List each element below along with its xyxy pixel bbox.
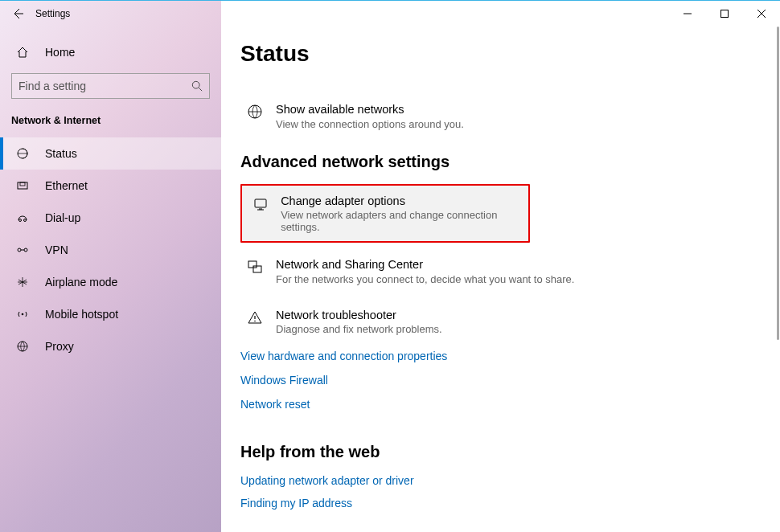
- sidebar-item-hotspot[interactable]: Mobile hotspot: [0, 298, 221, 330]
- option-title: Network troubleshooter: [276, 308, 442, 324]
- sidebar-item-label: VPN: [45, 243, 68, 256]
- sidebar-item-label: Proxy: [45, 340, 74, 353]
- svg-rect-13: [248, 261, 257, 268]
- svg-point-7: [18, 248, 21, 252]
- scrollbar-thumb[interactable]: [777, 27, 779, 340]
- status-icon: [14, 147, 31, 160]
- option-desc: For the networks you connect to, decide …: [276, 273, 574, 285]
- maximize-icon: [720, 10, 729, 18]
- search-input[interactable]: [18, 80, 191, 92]
- sidebar-item-airplane[interactable]: Airplane mode: [0, 266, 221, 298]
- sidebar-item-ethernet[interactable]: Ethernet: [0, 170, 221, 202]
- sidebar-item-dialup[interactable]: Dial-up: [0, 202, 221, 234]
- sidebar-item-proxy[interactable]: Proxy: [0, 330, 221, 362]
- link-hardware-properties[interactable]: View hardware and connection properties: [240, 350, 761, 362]
- option-desc: Diagnose and fix network problems.: [276, 323, 442, 335]
- maximize-button[interactable]: [706, 1, 743, 27]
- option-title: Change adapter options: [281, 194, 522, 210]
- option-title: Network and Sharing Center: [276, 257, 574, 273]
- close-icon: [757, 10, 766, 18]
- option-desc: View the connection options around you.: [276, 118, 464, 130]
- page-title: Status: [240, 41, 761, 67]
- sidebar-item-label: Mobile hotspot: [45, 308, 118, 321]
- arrow-left-icon: [11, 7, 24, 20]
- sidebar-home[interactable]: Home: [0, 36, 221, 68]
- content-area: Status Show available networks View the …: [221, 27, 780, 532]
- search-icon: [191, 80, 203, 92]
- hotspot-icon: [14, 308, 31, 321]
- minimize-button[interactable]: [669, 1, 706, 27]
- sidebar-item-status[interactable]: Status: [0, 137, 221, 170]
- minimize-icon: [684, 10, 692, 18]
- advanced-heading: Advanced network settings: [240, 153, 761, 171]
- link-find-ip[interactable]: Finding my IP address: [240, 497, 761, 509]
- link-network-reset[interactable]: Network reset: [240, 398, 761, 411]
- svg-point-1: [192, 81, 199, 88]
- adapter-icon: [250, 194, 271, 211]
- link-updating-adapter[interactable]: Updating network adapter or driver: [240, 474, 761, 487]
- sidebar-item-label: Dial-up: [45, 211, 80, 224]
- sidebar-item-label: Airplane mode: [45, 276, 117, 289]
- close-button[interactable]: [743, 1, 780, 27]
- sidebar-item-vpn[interactable]: VPN: [0, 234, 221, 266]
- svg-rect-4: [20, 182, 25, 186]
- option-desc: View network adapters and change connect…: [281, 209, 522, 233]
- option-sharing-center[interactable]: Network and Sharing Center For the netwo…: [240, 249, 761, 293]
- ethernet-icon: [14, 179, 31, 192]
- svg-rect-12: [255, 199, 266, 207]
- link-windows-firewall[interactable]: Windows Firewall: [240, 374, 761, 387]
- proxy-icon: [14, 340, 31, 353]
- back-button[interactable]: [0, 1, 35, 27]
- option-troubleshooter[interactable]: Network troubleshooter Diagnose and fix …: [240, 300, 761, 344]
- svg-point-9: [22, 313, 24, 316]
- option-title: Show available networks: [276, 102, 464, 118]
- airplane-icon: [14, 276, 31, 289]
- option-change-adapter[interactable]: Change adapter options View network adap…: [240, 184, 530, 243]
- search-box[interactable]: [11, 73, 210, 99]
- window-title: Settings: [35, 8, 70, 19]
- sidebar-item-label: Status: [45, 147, 77, 160]
- sidebar: Home Network & Internet Status Ethernet: [0, 27, 221, 532]
- help-heading: Help from the web: [240, 443, 761, 461]
- titlebar: Settings: [0, 1, 780, 27]
- svg-point-6: [24, 219, 27, 222]
- sidebar-item-label: Ethernet: [45, 179, 88, 192]
- svg-rect-0: [721, 10, 729, 18]
- svg-point-8: [24, 248, 27, 252]
- svg-point-5: [19, 219, 22, 222]
- sidebar-home-label: Home: [45, 46, 75, 59]
- window-controls: [669, 1, 780, 27]
- globe-icon: [244, 102, 266, 120]
- option-show-networks[interactable]: Show available networks View the connect…: [240, 94, 761, 138]
- sidebar-section-label: Network & Internet: [0, 108, 221, 137]
- dialup-icon: [14, 211, 31, 224]
- sharing-icon: [244, 257, 266, 275]
- home-icon: [14, 46, 31, 59]
- svg-rect-14: [253, 266, 261, 272]
- svg-point-15: [254, 320, 256, 321]
- vpn-icon: [14, 243, 31, 256]
- warning-icon: [244, 308, 266, 325]
